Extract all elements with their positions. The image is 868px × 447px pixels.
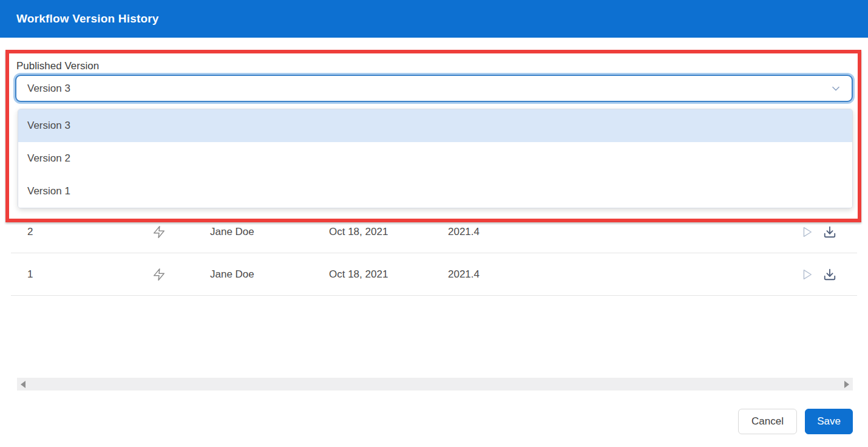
dropdown-option-version-3[interactable]: Version 3 <box>18 109 852 142</box>
published-version-dropdown: Version 3 Version 2 Version 1 <box>18 109 853 208</box>
version-number: 1 <box>27 253 33 296</box>
release-version: 2021.4 <box>448 253 480 296</box>
published-version-select[interactable]: Version 3 <box>15 75 853 102</box>
version-date: Oct 18, 2021 <box>329 253 388 296</box>
horizontal-scrollbar[interactable] <box>17 378 853 391</box>
play-icon[interactable] <box>800 211 813 253</box>
table-row: 2 Jane Doe Oct 18, 2021 2021.4 <box>11 211 857 253</box>
save-button[interactable]: Save <box>805 409 853 434</box>
published-version-selected-value: Version 3 <box>27 83 70 95</box>
table-row: 1 Jane Doe Oct 18, 2021 2021.4 <box>11 253 857 296</box>
author-name: Jane Doe <box>210 253 254 296</box>
play-icon[interactable] <box>800 253 813 296</box>
cancel-button[interactable]: Cancel <box>738 409 797 434</box>
dialog-header: Workflow Version History <box>0 0 868 38</box>
author-name: Jane Doe <box>210 211 254 253</box>
version-number: 2 <box>27 211 33 253</box>
scroll-right-icon[interactable] <box>844 381 849 388</box>
version-date: Oct 18, 2021 <box>329 211 388 253</box>
dropdown-option-version-2[interactable]: Version 2 <box>18 142 852 175</box>
chevron-down-icon <box>830 83 842 95</box>
zap-icon <box>152 211 166 253</box>
dropdown-option-version-1[interactable]: Version 1 <box>18 175 852 208</box>
published-version-label: Published Version <box>16 60 99 72</box>
dialog-title: Workflow Version History <box>16 12 159 26</box>
download-icon[interactable] <box>823 211 836 253</box>
zap-icon <box>152 253 166 296</box>
scroll-left-icon[interactable] <box>21 381 25 388</box>
download-icon[interactable] <box>823 253 836 296</box>
release-version: 2021.4 <box>448 211 480 253</box>
